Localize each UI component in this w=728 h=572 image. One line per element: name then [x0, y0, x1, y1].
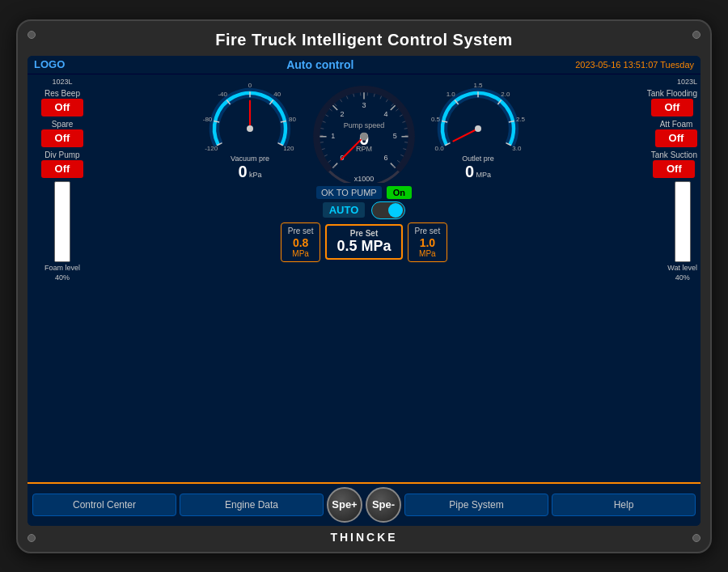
foam-level-fill: [55, 229, 70, 261]
page-title: Fire Truck Intelligent Control System: [28, 31, 700, 49]
help-button[interactable]: Help: [552, 494, 696, 516]
preset-center-value: 0.5 MPa: [336, 238, 391, 255]
res-beep-button[interactable]: Off: [41, 99, 83, 117]
div-pump-button[interactable]: Off: [41, 160, 83, 178]
wat-level-pct: 40%: [675, 273, 690, 282]
att-foam-group: Att Foam Off: [655, 120, 697, 147]
preset-right: Pre set 1.0 MPa: [408, 222, 448, 262]
pump-gauge: [307, 78, 421, 183]
main-content: 1023L Res Beep Off Spare Off Div Pump Of…: [28, 74, 700, 482]
spare-label: Spare: [52, 120, 74, 129]
tank-flooding-label: Tank Flooding: [647, 89, 697, 99]
auto-toggle-row: AUTO: [323, 201, 406, 219]
outlet-gauge-container: Outlet pre 0 MPa: [425, 78, 531, 181]
tank-suction-group: Tank Suction Off: [651, 150, 697, 178]
wat-level-label: Wat level: [667, 264, 697, 272]
pump-gauge-container: x1000: [307, 78, 421, 183]
res-beep-label: Res Beep: [44, 89, 80, 99]
div-pump-group: Div Pump Off: [31, 150, 94, 178]
device-frame: Fire Truck Intelligent Control System LO…: [16, 19, 712, 553]
screw-tr: [692, 31, 700, 39]
wat-level-fill: [675, 229, 690, 261]
spare-button[interactable]: Off: [41, 129, 83, 147]
ok-pump-bar: OK TO PUMP On: [316, 186, 412, 199]
mode-label: Auto control: [286, 58, 353, 71]
controls-row: OK TO PUMP On AUTO: [316, 186, 412, 219]
engine-data-button[interactable]: Engine Data: [180, 494, 324, 516]
vacuum-gauge-container: Vacuum pre 0 kPa: [197, 78, 303, 181]
preset-right-value: 1.0: [415, 236, 441, 249]
bottom-nav: Control Center Engine Data Spe+ Spe- Pip…: [28, 482, 700, 526]
res-beep-group: Res Beep Off: [31, 89, 94, 117]
on-button[interactable]: On: [387, 186, 412, 199]
spare-group: Spare Off: [31, 120, 94, 147]
screen: LOGO Auto control 2023-05-16 13:51:07 Tu…: [28, 56, 700, 526]
datetime: 2023-05-16 13:51:07 Tuesday: [575, 60, 694, 70]
screw-tl: [28, 31, 36, 39]
auto-label: AUTO: [323, 202, 366, 218]
spe-plus-button[interactable]: Spe+: [327, 487, 362, 523]
left-panel: 1023L Res Beep Off Spare Off Div Pump Of…: [31, 78, 94, 481]
preset-center-label: Pre Set: [336, 229, 391, 238]
vacuum-label: Vacuum pre 0 kPa: [231, 155, 269, 181]
tank-flooding-button[interactable]: Off: [651, 99, 693, 117]
preset-left-unit: MPa: [288, 249, 314, 258]
logo: LOGO: [34, 58, 65, 70]
ok-pump-label: OK TO PUMP: [316, 186, 382, 199]
preset-right-unit: MPa: [415, 249, 441, 258]
pump-label: x1000: [354, 175, 375, 183]
toggle-knob: [388, 203, 403, 218]
outlet-label: Outlet pre 0 MPa: [462, 155, 494, 181]
spe-minus-button[interactable]: Spe-: [366, 487, 401, 523]
div-pump-label: Div Pump: [44, 150, 79, 160]
preset-left-value: 0.8: [288, 236, 314, 249]
preset-left-label: Pre set: [288, 227, 314, 236]
pipe-system-button[interactable]: Pipe System: [404, 494, 548, 516]
preset-center: Pre Set 0.5 MPa: [325, 224, 402, 260]
screw-br: [692, 534, 700, 542]
foam-level-label: Foam level: [44, 264, 80, 272]
att-foam-label: Att Foam: [660, 120, 693, 129]
wat-level-container: Wat level 40%: [667, 181, 697, 282]
att-foam-button[interactable]: Off: [655, 129, 697, 147]
outlet-gauge: [425, 78, 531, 159]
preset-right-label: Pre set: [415, 227, 441, 236]
center-panel: Vacuum pre 0 kPa x1000: [97, 78, 631, 481]
gauges-row: Vacuum pre 0 kPa x1000: [97, 78, 631, 183]
control-center-button[interactable]: Control Center: [32, 494, 176, 516]
screw-bl: [28, 534, 36, 542]
top-bar: LOGO Auto control 2023-05-16 13:51:07 Tu…: [28, 56, 700, 74]
left-tank-label: 1023L: [31, 78, 94, 86]
brand-label: THINCKE: [330, 531, 397, 544]
wat-level-bar: [675, 181, 691, 262]
right-panel: 1023L Tank Flooding Off Att Foam Off Tan…: [634, 78, 697, 481]
auto-toggle[interactable]: [371, 201, 405, 219]
tank-suction-label: Tank Suction: [651, 150, 697, 160]
right-tank-label: 1023L: [677, 78, 697, 86]
tank-suction-button[interactable]: Off: [653, 160, 695, 178]
foam-level-pct: 40%: [55, 273, 70, 282]
foam-level-container: Foam level 40%: [31, 181, 94, 282]
preset-row: Pre set 0.8 MPa Pre Set 0.5 MPa Pre set …: [281, 222, 447, 262]
foam-level-bar: [54, 181, 70, 262]
vacuum-gauge: [197, 78, 303, 159]
preset-left: Pre set 0.8 MPa: [281, 222, 321, 262]
tank-flooding-group: Tank Flooding Off: [647, 89, 697, 117]
